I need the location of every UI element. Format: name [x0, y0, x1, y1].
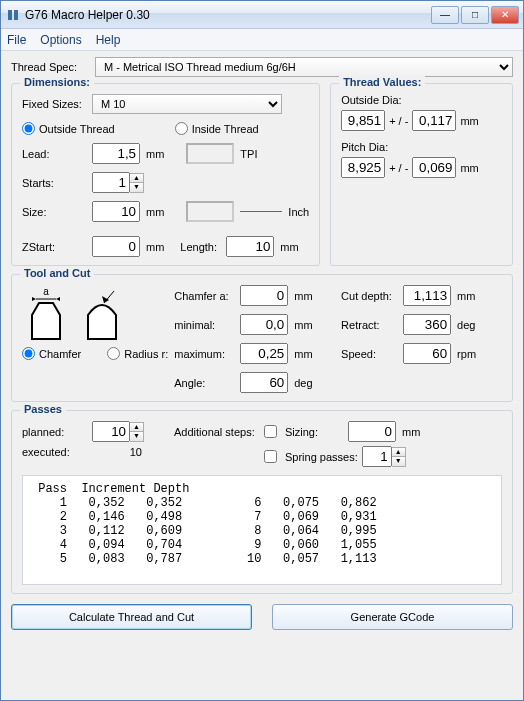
tool-group: Tool and Cut a [11, 274, 513, 402]
threadspec-label: Thread Spec: [11, 61, 95, 73]
fixed-sizes-select[interactable]: M 10 [92, 94, 282, 114]
chamfer-diagram-icon: a [22, 285, 70, 343]
spring-spinner[interactable]: ▲▼ [362, 446, 406, 467]
calculate-button[interactable]: Calculate Thread and Cut [11, 604, 252, 630]
svg-rect-0 [8, 10, 12, 20]
lead-input[interactable] [92, 143, 140, 164]
retract-input[interactable] [403, 314, 451, 335]
chamfer-radio[interactable]: Chamfer [22, 347, 81, 360]
dimensions-group: Dimensions: Fixed Sizes: M 10 Outside Th… [11, 83, 320, 266]
angle-input[interactable] [240, 372, 288, 393]
chamfer-a-input[interactable] [240, 285, 288, 306]
inside-thread-radio[interactable]: Inside Thread [175, 122, 259, 135]
speed-input[interactable] [403, 343, 451, 364]
thread-values-group: Thread Values: Outside Dia: + / - mm Pit… [330, 83, 513, 266]
menu-options[interactable]: Options [40, 33, 81, 47]
zstart-label: ZStart: [22, 241, 92, 253]
threadspec-select[interactable]: M - Metrical ISO Thread medium 6g/6H [95, 57, 513, 77]
thread-values-legend: Thread Values: [339, 76, 425, 88]
maximize-button[interactable]: □ [461, 6, 489, 24]
pass-table[interactable]: Pass Increment Depth 1 0,352 0,352 6 0,0… [22, 475, 502, 585]
executed-value: 10 [92, 446, 142, 458]
fixed-sizes-label: Fixed Sizes: [22, 98, 92, 110]
svg-marker-5 [56, 297, 60, 301]
spring-check[interactable]: Spring passes: [264, 450, 358, 463]
window-title: G76 Macro Helper 0.30 [25, 8, 431, 22]
radius-diagram-icon [78, 285, 126, 343]
size-label: Size: [22, 206, 92, 218]
planned-spinner[interactable]: ▲▼ [92, 421, 144, 442]
radius-radio[interactable]: Radius r: [107, 347, 168, 360]
cut-depth-input[interactable] [403, 285, 451, 306]
menu-file[interactable]: File [7, 33, 26, 47]
close-button[interactable]: ✕ [491, 6, 519, 24]
size-input[interactable] [92, 201, 140, 222]
app-icon [5, 7, 21, 23]
sizing-check[interactable]: Sizing: [264, 425, 318, 438]
pitch-dia-tol[interactable] [412, 157, 456, 178]
starts-label: Starts: [22, 177, 92, 189]
outside-dia-value[interactable] [341, 110, 385, 131]
length-input[interactable] [226, 236, 274, 257]
svg-text:a: a [43, 286, 49, 297]
outside-thread-radio[interactable]: Outside Thread [22, 122, 115, 135]
lead-label: Lead: [22, 148, 92, 160]
generate-gcode-button[interactable]: Generate GCode [272, 604, 513, 630]
minimize-button[interactable]: — [431, 6, 459, 24]
svg-rect-1 [14, 10, 18, 20]
passes-legend: Passes [20, 403, 66, 415]
outside-dia-tol[interactable] [412, 110, 456, 131]
maximum-input[interactable] [240, 343, 288, 364]
length-label: Length: [180, 241, 226, 253]
starts-spinner[interactable]: ▲▼ [92, 172, 144, 193]
svg-marker-7 [102, 296, 109, 303]
zstart-input[interactable] [92, 236, 140, 257]
outside-dia-label: Outside Dia: [341, 94, 502, 106]
pitch-dia-value[interactable] [341, 157, 385, 178]
line-sample-icon [240, 211, 282, 212]
size-inch-input [186, 201, 234, 222]
passes-group: Passes planned: ▲▼ executed: 10 Ad [11, 410, 513, 594]
dimensions-legend: Dimensions: [20, 76, 94, 88]
menu-help[interactable]: Help [96, 33, 121, 47]
titlebar: G76 Macro Helper 0.30 — □ ✕ [1, 1, 523, 29]
minimal-input[interactable] [240, 314, 288, 335]
svg-marker-4 [32, 297, 36, 301]
app-window: G76 Macro Helper 0.30 — □ ✕ File Options… [0, 0, 524, 701]
tool-legend: Tool and Cut [20, 267, 94, 279]
tpi-input [186, 143, 234, 164]
pitch-dia-label: Pitch Dia: [341, 141, 502, 153]
sizing-input[interactable] [348, 421, 396, 442]
chevron-down-icon[interactable]: ▼ [130, 183, 143, 192]
chevron-up-icon[interactable]: ▲ [130, 174, 143, 183]
menubar: File Options Help [1, 29, 523, 51]
